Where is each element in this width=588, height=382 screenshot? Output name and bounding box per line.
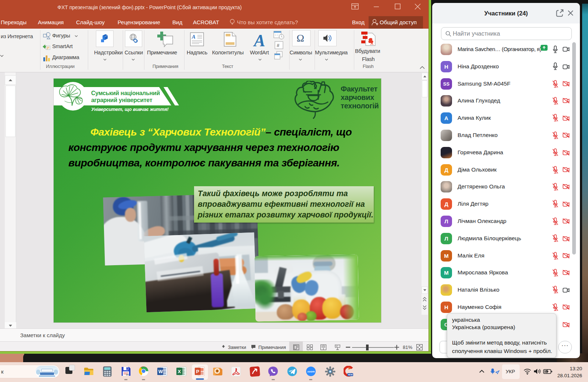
- svg-text:54: 54: [126, 374, 129, 376]
- svg-text:W: W: [158, 369, 163, 374]
- svg-text:NEW: NEW: [348, 374, 353, 376]
- svg-text:P: P: [196, 369, 200, 374]
- svg-text:#: #: [277, 43, 280, 48]
- svg-text:A: A: [191, 34, 196, 40]
- svg-text:X: X: [178, 369, 181, 374]
- svg-text:zoom: zoom: [307, 370, 315, 373]
